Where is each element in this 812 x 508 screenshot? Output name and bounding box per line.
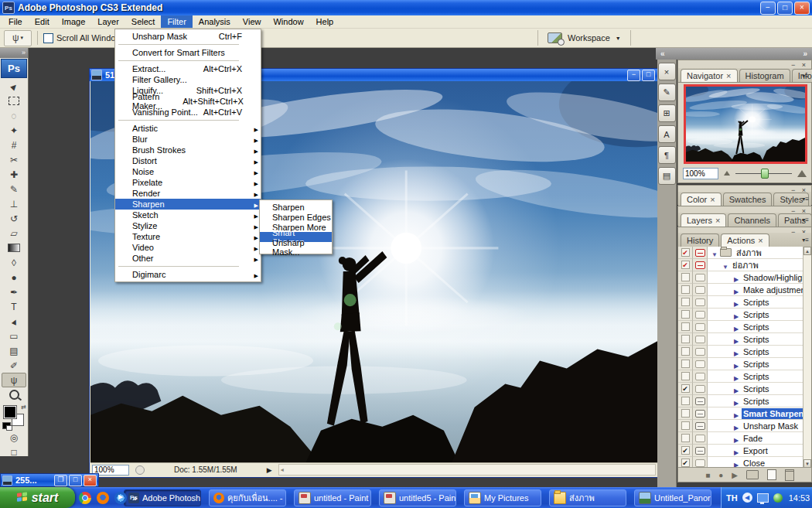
filter-menu-item[interactable]: Convert for Smart Filters <box>115 47 261 58</box>
filter-menu-item[interactable]: Video <box>115 242 261 253</box>
shape-tool[interactable]: ▭ <box>0 329 28 343</box>
tab-close-icon[interactable] <box>726 71 731 80</box>
horizontal-scrollbar[interactable]: ◂ <box>278 464 656 476</box>
action-row[interactable]: Scripts <box>678 309 811 321</box>
filter-menu-item[interactable]: Other <box>115 253 261 264</box>
brush-tool[interactable]: ✎ <box>0 182 28 196</box>
expand-triangle-icon[interactable] <box>731 420 742 432</box>
action-row[interactable]: Export <box>678 445 811 457</box>
photoshop-badge[interactable]: Ps <box>1 59 27 78</box>
expand-triangle-icon[interactable] <box>720 259 731 271</box>
action-row[interactable]: Scripts <box>678 333 811 346</box>
action-toggle-checkbox[interactable] <box>678 247 693 259</box>
expand-triangle-icon[interactable] <box>731 432 742 445</box>
action-dialog-checkbox[interactable] <box>693 383 708 395</box>
action-row[interactable]: Make adjustment l... <box>678 284 811 296</box>
panel-tab[interactable]: Channels <box>728 213 776 227</box>
expand-triangle-icon[interactable] <box>731 296 742 309</box>
action-dialog-checkbox[interactable] <box>693 407 708 420</box>
expand-triangle-icon[interactable] <box>709 247 720 259</box>
action-toggle-checkbox[interactable] <box>678 321 693 333</box>
filter-menu-item[interactable]: Pattern Maker... Alt+Shift+Ctrl+X <box>115 96 261 107</box>
blur-tool[interactable]: ◊ <box>0 255 28 270</box>
action-toggle-checkbox[interactable] <box>678 370 693 383</box>
brushes-icon[interactable]: ✎ <box>658 84 676 101</box>
taskbar-button[interactable]: คุยกับเพื่อน.... - ... <box>209 489 286 506</box>
expand-triangle-icon[interactable] <box>731 284 742 296</box>
action-toggle-checkbox[interactable] <box>678 309 693 321</box>
submenu-item[interactable]: Sharpen Edges <box>260 212 332 222</box>
vertical-scrollbar[interactable]: ▲ ▼ <box>803 247 811 468</box>
filter-menu-item[interactable]: Blur <box>115 134 261 145</box>
action-row[interactable]: Scripts <box>678 383 811 395</box>
expand-triangle-icon[interactable] <box>731 395 742 407</box>
expand-triangle-icon[interactable] <box>731 358 742 370</box>
type-tool[interactable]: T <box>0 299 28 314</box>
zoom-slider-thumb[interactable] <box>761 169 769 179</box>
expand-triangle-icon[interactable] <box>731 445 742 457</box>
action-row[interactable]: Shadow/Highlight <box>678 271 811 284</box>
language-indicator[interactable]: TH <box>726 493 738 503</box>
collapse-dock-icon[interactable]: « <box>660 49 665 58</box>
submenu-item[interactable]: Unsharp Mask... <box>260 242 332 252</box>
history-brush-tool[interactable]: ↺ <box>0 211 28 226</box>
zoom-tool[interactable] <box>0 387 28 402</box>
panel-tab[interactable]: Actions <box>721 234 769 247</box>
quick-mask-button[interactable]: ◎ <box>0 430 28 445</box>
taskbar-button[interactable]: Untitled_Panora... <box>634 489 711 506</box>
status-menu-arrow-icon[interactable]: ▶ <box>267 466 272 474</box>
quick-launch-overflow-icon[interactable]: » <box>132 493 137 503</box>
tool-presets-icon[interactable]: × <box>658 63 676 80</box>
zoom-in-icon[interactable] <box>797 170 807 177</box>
panel-menu-icon[interactable]: ▾≡ <box>802 73 809 80</box>
expand-triangle-icon[interactable] <box>731 407 742 420</box>
taskbar-button[interactable]: untitled5 - Paint <box>379 489 456 506</box>
filter-menu-item[interactable]: Extract... Alt+Ctrl+X <box>115 63 261 74</box>
action-row[interactable]: Scripts <box>678 296 811 309</box>
action-toggle-checkbox[interactable] <box>678 445 693 457</box>
panel-menu-icon[interactable]: ▾≡ <box>802 237 809 244</box>
status-circle-icon[interactable] <box>135 465 145 475</box>
filter-menu-item[interactable]: Noise <box>115 166 261 177</box>
minimize-button[interactable]: − <box>760 2 776 15</box>
filter-menu-item[interactable]: Brush Strokes <box>115 145 261 155</box>
stop-button[interactable]: ■ <box>705 471 710 479</box>
new-action-button[interactable] <box>767 469 776 480</box>
filter-menu-item[interactable]: Texture <box>115 231 261 242</box>
panel-tab[interactable]: Layers <box>681 213 726 227</box>
chrome-icon[interactable] <box>79 492 91 504</box>
rectangular-marquee-tool[interactable] <box>0 94 28 108</box>
submenu-item[interactable]: Sharpen <box>260 202 332 212</box>
crop-tool[interactable]: # <box>0 138 28 152</box>
zoom-slider[interactable] <box>735 173 792 174</box>
filter-menu-item[interactable]: Digimarc <box>115 269 261 280</box>
action-toggle-checkbox[interactable] <box>678 259 693 271</box>
default-colors-icon[interactable] <box>2 422 11 429</box>
expand-triangle-icon[interactable] <box>731 271 742 284</box>
panel-tab[interactable]: Color <box>681 193 722 206</box>
filter-menu-item[interactable]: Filter Gallery... <box>115 74 261 85</box>
notes-tool[interactable]: ▤ <box>0 343 28 358</box>
menubar-item[interactable]: Help <box>310 15 340 28</box>
action-row[interactable]: Scripts <box>678 370 811 383</box>
action-dialog-checkbox[interactable] <box>693 333 708 346</box>
zoom-out-icon[interactable] <box>724 171 730 176</box>
maximize-button[interactable]: □ <box>777 2 793 15</box>
eyedropper-tool[interactable]: ✐ <box>0 358 28 373</box>
action-dialog-checkbox[interactable] <box>693 432 708 445</box>
firefox-icon[interactable] <box>97 492 109 504</box>
action-row[interactable]: Scripts <box>678 321 811 333</box>
panel-tab[interactable]: History <box>681 234 719 247</box>
navigator-preview[interactable] <box>684 84 807 164</box>
action-dialog-checkbox[interactable] <box>693 370 708 383</box>
doc-minimize-button[interactable]: − <box>627 70 640 81</box>
quick-selection-tool[interactable]: ✦ <box>0 123 28 138</box>
tool-preset-picker[interactable]: ψ ▾ <box>4 30 32 46</box>
eraser-tool[interactable]: ▱ <box>0 226 28 240</box>
action-toggle-checkbox[interactable] <box>678 420 693 432</box>
menubar-item[interactable]: Select <box>125 15 162 28</box>
filter-menu-item[interactable]: Sharpen <box>115 199 261 210</box>
expand-triangle-icon[interactable] <box>731 383 742 395</box>
hand-tool[interactable]: ψ <box>2 373 26 387</box>
expand-triangle-icon[interactable] <box>731 457 742 468</box>
